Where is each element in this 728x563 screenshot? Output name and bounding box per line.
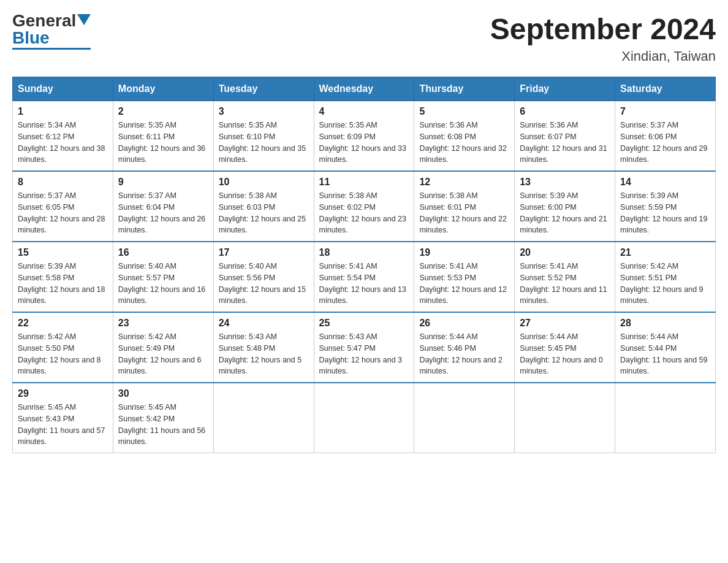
page-header: General Blue September 2024 Xindian, Tai… <box>12 12 716 64</box>
calendar-cell: 14Sunrise: 5:39 AMSunset: 5:59 PMDayligh… <box>615 171 716 242</box>
calendar-cell: 11Sunrise: 5:38 AMSunset: 6:02 PMDayligh… <box>314 171 414 242</box>
day-info: Sunrise: 5:41 AMSunset: 5:53 PMDaylight:… <box>419 261 509 307</box>
calendar-cell: 16Sunrise: 5:40 AMSunset: 5:57 PMDayligh… <box>113 242 213 312</box>
day-number: 15 <box>18 247 108 258</box>
calendar-cell: 30Sunrise: 5:45 AMSunset: 5:42 PMDayligh… <box>113 383 213 453</box>
day-info: Sunrise: 5:34 AMSunset: 6:12 PMDaylight:… <box>18 120 108 166</box>
calendar-table: Sunday Monday Tuesday Wednesday Thursday… <box>12 77 716 453</box>
title-section: September 2024 Xindian, Taiwan <box>490 12 716 64</box>
day-number: 1 <box>18 106 108 117</box>
col-thursday: Thursday <box>414 77 515 101</box>
calendar-cell: 9Sunrise: 5:37 AMSunset: 6:04 PMDaylight… <box>113 171 213 242</box>
day-info: Sunrise: 5:37 AMSunset: 6:04 PMDaylight:… <box>118 190 208 236</box>
calendar-cell: 18Sunrise: 5:41 AMSunset: 5:54 PMDayligh… <box>314 242 414 312</box>
day-info: Sunrise: 5:41 AMSunset: 5:52 PMDaylight:… <box>520 261 610 307</box>
day-number: 20 <box>520 247 610 258</box>
day-info: Sunrise: 5:39 AMSunset: 5:58 PMDaylight:… <box>18 261 108 307</box>
day-number: 24 <box>219 318 309 329</box>
logo-general: General <box>12 12 76 29</box>
day-number: 10 <box>219 177 309 188</box>
day-number: 2 <box>118 106 208 117</box>
day-info: Sunrise: 5:36 AMSunset: 6:08 PMDaylight:… <box>419 120 509 166</box>
col-friday: Friday <box>515 77 615 101</box>
day-number: 9 <box>118 177 208 188</box>
svg-marker-0 <box>77 14 91 25</box>
day-info: Sunrise: 5:42 AMSunset: 5:50 PMDaylight:… <box>18 331 108 377</box>
day-number: 28 <box>620 318 710 329</box>
day-info: Sunrise: 5:44 AMSunset: 5:46 PMDaylight:… <box>419 331 509 377</box>
calendar-cell <box>414 383 515 453</box>
day-info: Sunrise: 5:39 AMSunset: 5:59 PMDaylight:… <box>620 190 710 236</box>
calendar-cell <box>213 383 314 453</box>
col-wednesday: Wednesday <box>314 77 414 101</box>
day-number: 25 <box>319 318 409 329</box>
calendar-cell: 13Sunrise: 5:39 AMSunset: 6:00 PMDayligh… <box>515 171 615 242</box>
day-info: Sunrise: 5:37 AMSunset: 6:05 PMDaylight:… <box>18 190 108 236</box>
calendar-week-row: 1Sunrise: 5:34 AMSunset: 6:12 PMDaylight… <box>13 101 716 172</box>
day-number: 12 <box>419 177 509 188</box>
day-number: 4 <box>319 106 409 117</box>
day-info: Sunrise: 5:35 AMSunset: 6:09 PMDaylight:… <box>319 120 409 166</box>
day-number: 23 <box>118 318 208 329</box>
calendar-cell: 7Sunrise: 5:37 AMSunset: 6:06 PMDaylight… <box>615 101 716 172</box>
calendar-cell: 28Sunrise: 5:44 AMSunset: 5:44 PMDayligh… <box>615 312 716 383</box>
day-info: Sunrise: 5:35 AMSunset: 6:11 PMDaylight:… <box>118 120 208 166</box>
day-info: Sunrise: 5:42 AMSunset: 5:49 PMDaylight:… <box>118 331 208 377</box>
col-saturday: Saturday <box>615 77 716 101</box>
day-number: 26 <box>419 318 509 329</box>
day-info: Sunrise: 5:37 AMSunset: 6:06 PMDaylight:… <box>620 120 710 166</box>
calendar-cell: 6Sunrise: 5:36 AMSunset: 6:07 PMDaylight… <box>515 101 615 172</box>
day-number: 22 <box>18 318 108 329</box>
calendar-cell: 20Sunrise: 5:41 AMSunset: 5:52 PMDayligh… <box>515 242 615 312</box>
calendar-cell: 5Sunrise: 5:36 AMSunset: 6:08 PMDaylight… <box>414 101 515 172</box>
day-info: Sunrise: 5:41 AMSunset: 5:54 PMDaylight:… <box>319 261 409 307</box>
calendar-cell: 25Sunrise: 5:43 AMSunset: 5:47 PMDayligh… <box>314 312 414 383</box>
calendar-cell: 29Sunrise: 5:45 AMSunset: 5:43 PMDayligh… <box>13 383 113 453</box>
day-number: 29 <box>18 388 108 399</box>
location-label: Xindian, Taiwan <box>490 48 716 64</box>
day-number: 14 <box>620 177 710 188</box>
day-number: 17 <box>219 247 309 258</box>
day-number: 5 <box>419 106 509 117</box>
calendar-cell: 17Sunrise: 5:40 AMSunset: 5:56 PMDayligh… <box>213 242 314 312</box>
logo-blue: Blue <box>12 29 50 47</box>
day-info: Sunrise: 5:38 AMSunset: 6:03 PMDaylight:… <box>219 190 309 236</box>
day-number: 8 <box>18 177 108 188</box>
calendar-cell: 27Sunrise: 5:44 AMSunset: 5:45 PMDayligh… <box>515 312 615 383</box>
calendar-week-row: 22Sunrise: 5:42 AMSunset: 5:50 PMDayligh… <box>13 312 716 383</box>
calendar-cell: 12Sunrise: 5:38 AMSunset: 6:01 PMDayligh… <box>414 171 515 242</box>
day-number: 7 <box>620 106 710 117</box>
calendar-cell: 21Sunrise: 5:42 AMSunset: 5:51 PMDayligh… <box>615 242 716 312</box>
calendar-cell: 2Sunrise: 5:35 AMSunset: 6:11 PMDaylight… <box>113 101 213 172</box>
day-info: Sunrise: 5:45 AMSunset: 5:43 PMDaylight:… <box>18 402 108 448</box>
day-info: Sunrise: 5:38 AMSunset: 6:01 PMDaylight:… <box>419 190 509 236</box>
calendar-cell: 1Sunrise: 5:34 AMSunset: 6:12 PMDaylight… <box>13 101 113 172</box>
calendar-week-row: 8Sunrise: 5:37 AMSunset: 6:05 PMDaylight… <box>13 171 716 242</box>
day-number: 16 <box>118 247 208 258</box>
calendar-cell: 24Sunrise: 5:43 AMSunset: 5:48 PMDayligh… <box>213 312 314 383</box>
calendar-week-row: 15Sunrise: 5:39 AMSunset: 5:58 PMDayligh… <box>13 242 716 312</box>
day-info: Sunrise: 5:44 AMSunset: 5:44 PMDaylight:… <box>620 331 710 377</box>
logo: General Blue <box>12 12 91 50</box>
calendar-cell: 4Sunrise: 5:35 AMSunset: 6:09 PMDaylight… <box>314 101 414 172</box>
calendar-cell: 8Sunrise: 5:37 AMSunset: 6:05 PMDaylight… <box>13 171 113 242</box>
calendar-cell: 23Sunrise: 5:42 AMSunset: 5:49 PMDayligh… <box>113 312 213 383</box>
calendar-cell <box>314 383 414 453</box>
day-info: Sunrise: 5:40 AMSunset: 5:56 PMDaylight:… <box>219 261 309 307</box>
calendar-cell: 19Sunrise: 5:41 AMSunset: 5:53 PMDayligh… <box>414 242 515 312</box>
day-number: 11 <box>319 177 409 188</box>
day-number: 13 <box>520 177 610 188</box>
calendar-cell <box>615 383 716 453</box>
col-monday: Monday <box>113 77 213 101</box>
day-info: Sunrise: 5:43 AMSunset: 5:47 PMDaylight:… <box>319 331 409 377</box>
day-number: 18 <box>319 247 409 258</box>
calendar-cell: 22Sunrise: 5:42 AMSunset: 5:50 PMDayligh… <box>13 312 113 383</box>
day-info: Sunrise: 5:40 AMSunset: 5:57 PMDaylight:… <box>118 261 208 307</box>
day-info: Sunrise: 5:44 AMSunset: 5:45 PMDaylight:… <box>520 331 610 377</box>
day-number: 21 <box>620 247 710 258</box>
calendar-cell: 15Sunrise: 5:39 AMSunset: 5:58 PMDayligh… <box>13 242 113 312</box>
day-info: Sunrise: 5:38 AMSunset: 6:02 PMDaylight:… <box>319 190 409 236</box>
calendar-week-row: 29Sunrise: 5:45 AMSunset: 5:43 PMDayligh… <box>13 383 716 453</box>
day-number: 19 <box>419 247 509 258</box>
day-info: Sunrise: 5:42 AMSunset: 5:51 PMDaylight:… <box>620 261 710 307</box>
